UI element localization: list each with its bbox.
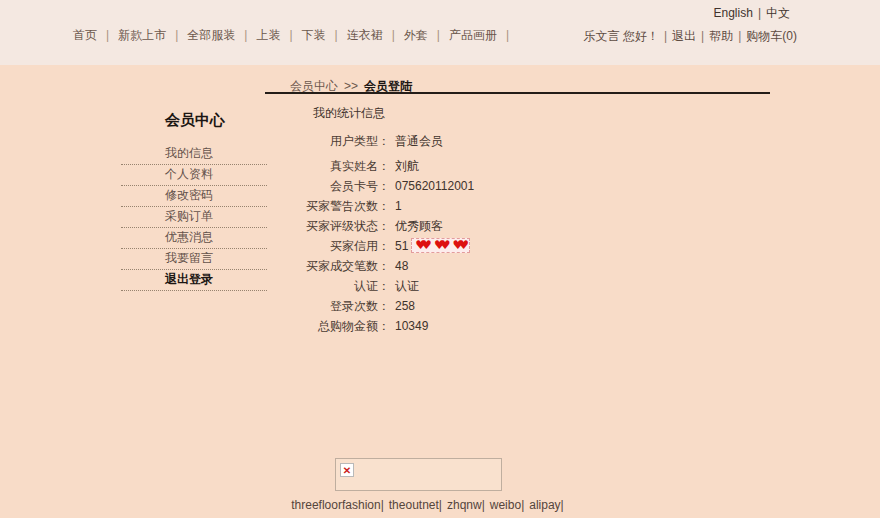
logout-link[interactable]: 退出 — [672, 29, 696, 43]
stat-label: 会员卡号 — [270, 176, 378, 196]
double-heart-icon: ♥♥ — [434, 238, 446, 252]
member-center-sidebar: 会员中心 我的信息 个人资料 修改密码 采购订单 优惠消息 我要留言 退出登录 — [121, 112, 267, 291]
stat-colon: ： — [378, 239, 390, 253]
user-bar: 乐文言 您好！|退出|帮助|购物车(0) — [584, 28, 797, 45]
separator: | — [106, 28, 109, 42]
sidebar-item-change-password[interactable]: 修改密码 — [121, 186, 267, 207]
stat-value: 认证 — [395, 279, 419, 293]
separator: | — [701, 29, 704, 43]
separator: | — [437, 28, 440, 42]
stat-label: 登录次数 — [270, 296, 378, 316]
nav-item-bottoms[interactable]: 下装 — [302, 28, 326, 42]
breadcrumb-member-center-link[interactable]: 会员中心 — [290, 79, 338, 93]
separator: | — [439, 498, 442, 512]
sidebar-title: 会员中心 — [121, 112, 267, 128]
stat-colon: ： — [378, 179, 390, 193]
stat-value: 258 — [395, 299, 415, 313]
stat-row-login-count: 登录次数：258 — [270, 296, 610, 316]
footer-link-weibo[interactable]: weibo — [490, 498, 521, 512]
breadcrumb-divider — [265, 92, 770, 94]
stat-label: 总购物金额 — [270, 316, 378, 336]
stat-label: 真实姓名 — [270, 156, 378, 176]
my-statistics-panel: 我的统计信息 用户类型：普通会员 真实姓名：刘航 会员卡号：0756201120… — [270, 106, 610, 336]
nav-item-tops[interactable]: 上装 — [256, 28, 280, 42]
stat-label: 买家信用 — [270, 236, 378, 256]
stat-colon: ： — [378, 279, 390, 293]
stat-colon: ： — [378, 159, 390, 173]
stat-colon: ： — [378, 134, 390, 148]
sidebar-item-logout[interactable]: 退出登录 — [121, 270, 267, 291]
nav-item-new-arrivals[interactable]: 新款上市 — [118, 28, 166, 42]
cart-link[interactable]: 购物车(0) — [746, 29, 797, 43]
double-heart-icon: ♥♥ — [415, 238, 427, 252]
separator: | — [335, 28, 338, 42]
stat-value: 48 — [395, 259, 408, 273]
separator: | — [506, 28, 509, 42]
footer-link-theoutnet[interactable]: theoutnet — [389, 498, 439, 512]
stat-row-certification: 认证：认证 — [270, 276, 610, 296]
separator: | — [381, 498, 384, 512]
stat-row-member-card-number: 会员卡号：075620112001 — [270, 176, 610, 196]
footer-link-alipay[interactable]: alipay — [529, 498, 560, 512]
stat-row-real-name: 真实姓名：刘航 — [270, 156, 610, 176]
separator: | — [664, 29, 667, 43]
stat-value: 普通会员 — [395, 134, 443, 148]
separator: | — [758, 6, 761, 20]
sidebar-item-promo-news[interactable]: 优惠消息 — [121, 228, 267, 249]
breadcrumb-arrow: >> — [344, 79, 358, 93]
separator: | — [521, 498, 524, 512]
separator: | — [175, 28, 178, 42]
language-switcher: English|中文 — [714, 5, 790, 22]
stat-row-buyer-rating-status: 买家评级状态：优秀顾客 — [270, 216, 610, 236]
breadcrumb-current-page: 会员登陆 — [364, 79, 412, 93]
user-greeting: 乐文言 您好！ — [584, 29, 659, 43]
lang-chinese-link[interactable]: 中文 — [766, 6, 790, 20]
stat-colon: ： — [378, 319, 390, 333]
separator: | — [561, 498, 564, 512]
separator: | — [482, 498, 485, 512]
credit-hearts-badge: ♥♥♥♥♥♥ — [411, 238, 470, 253]
separator: | — [289, 28, 292, 42]
stat-colon: ： — [378, 259, 390, 273]
stat-value: 刘航 — [395, 159, 419, 173]
stat-value: 10349 — [395, 319, 428, 333]
sidebar-item-my-info[interactable]: 我的信息 — [121, 144, 267, 165]
broken-banner-image[interactable]: ✕ — [335, 458, 502, 491]
stat-value: 优秀顾客 — [395, 219, 443, 233]
stat-value: 075620112001 — [395, 179, 474, 193]
stat-label: 用户类型 — [270, 131, 378, 151]
stat-colon: ： — [378, 199, 390, 213]
stat-label: 买家成交笔数 — [270, 256, 378, 276]
help-link[interactable]: 帮助 — [709, 29, 733, 43]
stat-label: 认证 — [270, 276, 378, 296]
stat-row-user-type: 用户类型：普通会员 — [270, 131, 610, 151]
sidebar-item-purchase-orders[interactable]: 采购订单 — [121, 207, 267, 228]
double-heart-icon: ♥♥ — [452, 238, 464, 252]
stat-colon: ： — [378, 299, 390, 313]
nav-item-home[interactable]: 首页 — [73, 28, 97, 42]
nav-item-catalog[interactable]: 产品画册 — [449, 28, 497, 42]
footer-link-zhqnw[interactable]: zhqnw — [447, 498, 482, 512]
sidebar-item-personal-profile[interactable]: 个人资料 — [121, 165, 267, 186]
stat-label: 买家评级状态 — [270, 216, 378, 236]
nav-item-dresses[interactable]: 连衣裙 — [347, 28, 383, 42]
footer-link-threefloorfashion[interactable]: threefloorfashion — [291, 498, 380, 512]
page-header: English|中文 首页|新款上市|全部服装|上装|下装|连衣裙|外套|产品画… — [0, 0, 880, 65]
separator: | — [244, 28, 247, 42]
footer-links: threefloorfashion|theoutnet|zhqnw|weibo|… — [0, 498, 860, 512]
stat-row-total-purchase-amount: 总购物金额：10349 — [270, 316, 610, 336]
stat-row-buyer-credit: 买家信用：51♥♥♥♥♥♥ — [270, 236, 610, 256]
nav-item-coats[interactable]: 外套 — [404, 28, 428, 42]
nav-item-all-clothing[interactable]: 全部服装 — [187, 28, 235, 42]
sidebar-item-leave-message[interactable]: 我要留言 — [121, 249, 267, 270]
stat-value: 1 — [395, 199, 402, 213]
separator: | — [392, 28, 395, 42]
broken-image-x-icon: ✕ — [340, 463, 354, 477]
stat-row-buyer-warnings: 买家警告次数：1 — [270, 196, 610, 216]
stat-label: 买家警告次数 — [270, 196, 378, 216]
lang-english-link[interactable]: English — [714, 6, 753, 20]
stat-colon: ： — [378, 219, 390, 233]
separator: | — [738, 29, 741, 43]
main-nav: 首页|新款上市|全部服装|上装|下装|连衣裙|外套|产品画册| — [73, 27, 518, 44]
stats-title: 我的统计信息 — [313, 106, 610, 120]
